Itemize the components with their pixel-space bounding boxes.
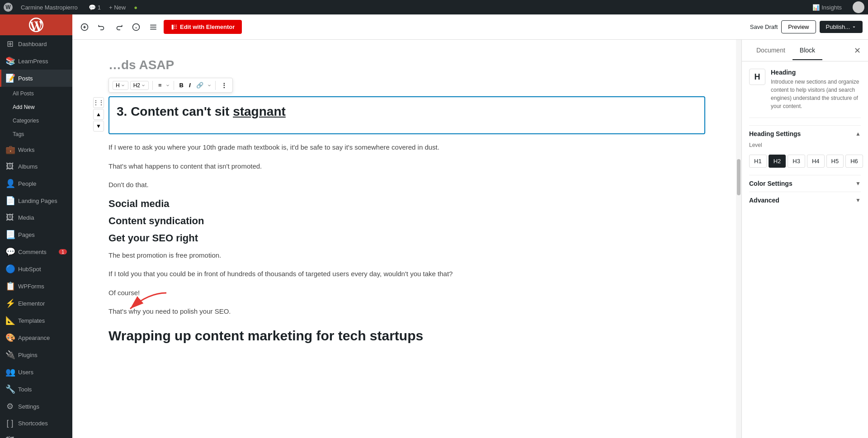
heading-settings-section[interactable]: Heading Settings ▲ (749, 125, 861, 142)
paragraph-3: Don't do that. (108, 179, 705, 191)
site-name[interactable]: Carmine Mastropierro (18, 0, 80, 14)
block-icon: H (749, 69, 765, 85)
sidebar-item-plugins[interactable]: 🔌 Plugins (0, 346, 72, 363)
sidebar-item-all-posts[interactable]: All Posts (0, 87, 72, 100)
publish-button[interactable]: Publish... (820, 21, 863, 33)
block-navigation-button[interactable] (146, 20, 160, 34)
sidebar-item-wpforms[interactable]: 📋 WPForms (0, 278, 72, 295)
right-panel: Document Block ✕ H (741, 40, 868, 438)
editor-scrollbar[interactable] (736, 40, 741, 438)
svg-rect-13 (176, 24, 177, 25)
bold-button[interactable]: B (178, 80, 185, 90)
comments-badge: 1 (59, 249, 67, 254)
avatar[interactable] (853, 1, 864, 13)
italic-button[interactable]: I (187, 80, 193, 90)
sidebar-item-tools[interactable]: 🔧 Tools (0, 381, 72, 398)
paragraph-2: That's what happens to content that isn'… (108, 160, 705, 172)
undo-button[interactable] (95, 20, 108, 34)
advanced-chevron: ▼ (855, 197, 861, 203)
link-button[interactable]: 🔗 (194, 80, 205, 90)
sidebar-item-albums[interactable]: 🖼 Albums (0, 158, 72, 175)
svg-rect-12 (175, 28, 175, 28)
level-h3-button[interactable]: H3 (788, 155, 805, 168)
appearance-icon: 🎨 (5, 333, 14, 343)
users-icon: 👥 (5, 367, 14, 377)
learnpress-icon: 📚 (5, 56, 14, 66)
sidebar-item-categories[interactable]: Categories (0, 114, 72, 127)
heading-wrap: Wrapping up content marketing for tech s… (108, 328, 705, 344)
sidebar-item-shortcodes[interactable]: [ ] Shortcodes (0, 415, 72, 432)
media-icon: 🖼 (5, 213, 14, 222)
sidebar-item-works[interactable]: 💼 Works (0, 141, 72, 158)
sidebar-item-settings[interactable]: ⚙ Settings (0, 398, 72, 415)
level-label: Level (749, 142, 861, 148)
move-down[interactable]: ▼ (93, 121, 104, 132)
bar-chart-icon: 📊 (812, 4, 820, 11)
sidebar-item-tags[interactable]: Tags (0, 127, 72, 141)
posts-icon: 📝 (5, 73, 14, 83)
save-draft-button[interactable]: Save Draft (750, 24, 778, 30)
paragraph-4: The best promotion is free promotion. (108, 250, 705, 261)
sidebar-item-pages[interactable]: 📃 Pages (0, 226, 72, 243)
more-options-button[interactable]: ⋮ (219, 80, 229, 90)
editor-scrollbar-thumb[interactable] (737, 159, 741, 195)
redo-button[interactable] (112, 20, 126, 34)
sidebar-item-comments[interactable]: 💬 Comments 1 (0, 243, 72, 260)
subheading-content-syndication: Content syndication (108, 215, 705, 227)
tab-document[interactable]: Document (749, 41, 793, 60)
sidebar-item-elementor[interactable]: ⚡ Elementor (0, 295, 72, 312)
color-settings-chevron: ▼ (855, 180, 861, 187)
sidebar-item-posts[interactable]: 📝 Posts (0, 70, 72, 87)
advanced-section[interactable]: Advanced ▼ (749, 192, 861, 208)
sidebar-item-simple-sitemap[interactable]: 🗺 Simple Sitemap (0, 432, 72, 438)
level-h2-button[interactable]: H2 (769, 155, 786, 168)
preview-button[interactable]: Preview (781, 20, 816, 33)
color-settings-section[interactable]: Color Settings ▼ (749, 175, 861, 192)
sidebar: ⊞ Dashboard 📚 LearnPress 📝 Posts All Pos… (0, 14, 72, 438)
level-h6-button[interactable]: H6 (845, 155, 863, 168)
drag-handle[interactable]: ⋮⋮ (93, 97, 104, 108)
tab-block[interactable]: Block (793, 41, 822, 60)
sidebar-item-add-new[interactable]: Add New (0, 100, 72, 114)
albums-icon: 🖼 (5, 162, 14, 171)
sidebar-item-templates[interactable]: 📐 Templates (0, 312, 72, 329)
move-up[interactable]: ▲ (93, 109, 104, 120)
works-icon: 💼 (5, 145, 14, 155)
sidebar-item-people[interactable]: 👤 People (0, 175, 72, 192)
yoast-item[interactable]: ● (131, 0, 140, 14)
info-button[interactable] (129, 20, 143, 34)
level-h1-button[interactable]: H1 (749, 155, 767, 168)
add-block-button[interactable] (78, 20, 91, 34)
panel-tabs: Document Block (749, 41, 822, 60)
people-icon: 👤 (5, 179, 14, 188)
sidebar-item-dashboard[interactable]: ⊞ Dashboard (0, 35, 72, 52)
heading-block[interactable]: ⋮⋮ ▲ ▼ 3. Content can't sit stagnant (108, 96, 705, 134)
sidebar-item-appearance[interactable]: 🎨 Appearance (0, 329, 72, 346)
paragraph-7: That's why you need to polish your SEO. (108, 306, 705, 317)
new-post-button[interactable]: + New (109, 4, 126, 11)
heading-type-select[interactable]: H (113, 81, 128, 90)
sitemap-icon: 🗺 (5, 435, 14, 438)
level-h4-button[interactable]: H4 (807, 155, 825, 168)
sidebar-item-users[interactable]: 👥 Users (0, 363, 72, 381)
heading-h2[interactable]: 3. Content can't sit stagnant (117, 104, 697, 119)
sidebar-item-hubspot[interactable]: 🔵 HubSpot (0, 260, 72, 278)
paragraph-6: Of course! (108, 287, 705, 299)
panel-header: Document Block ✕ (742, 40, 868, 61)
toolbar-divider-3 (215, 81, 216, 90)
subheading-social-media: Social media (108, 198, 705, 210)
tools-icon: 🔧 (5, 384, 14, 394)
wordpress-logo-icon (29, 18, 43, 32)
elementor-button[interactable]: Edit with Elementor (164, 20, 242, 34)
wordpress-icon[interactable]: W (4, 3, 13, 12)
sidebar-item-media[interactable]: 🖼 Media (0, 209, 72, 226)
sidebar-item-learnpress[interactable]: 📚 LearnPress (0, 52, 72, 70)
panel-close-button[interactable]: ✕ (854, 46, 861, 56)
heading-level-select[interactable]: H2 (130, 81, 149, 90)
align-button[interactable]: ≡ (156, 80, 164, 90)
insights-button[interactable]: 📊 Insights (812, 4, 842, 11)
sidebar-item-landing-pages[interactable]: 📄 Landing Pages (0, 192, 72, 209)
comments-link[interactable]: 💬 1 (86, 0, 104, 14)
level-h5-button[interactable]: H5 (826, 155, 844, 168)
post-editor[interactable]: …ds ASAP H H2 ≡ (72, 40, 741, 438)
